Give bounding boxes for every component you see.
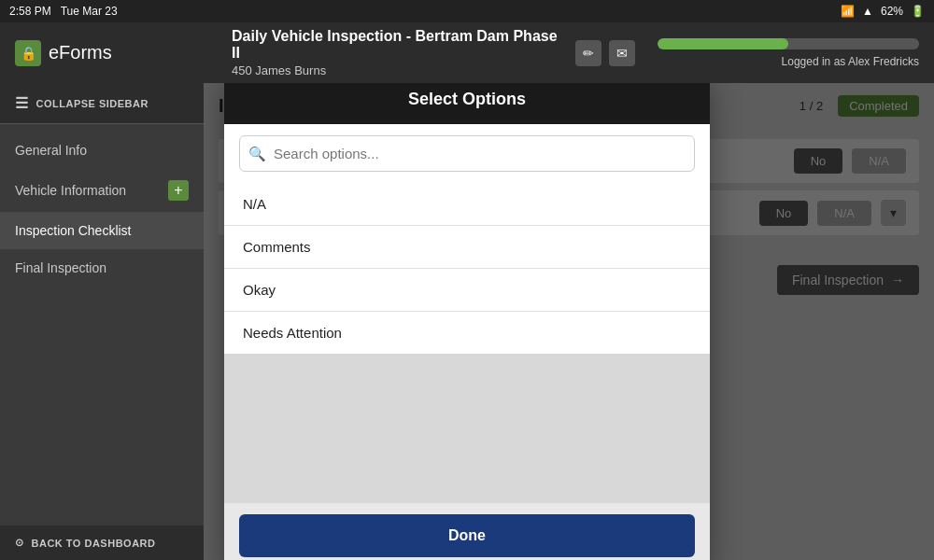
modal-header: Select Options <box>224 83 710 124</box>
header-subtitle: 450 James Burns <box>232 63 560 77</box>
option-okay[interactable]: Okay <box>224 269 710 312</box>
option-comments-label: Comments <box>243 239 311 255</box>
battery-icon: 🔋 <box>911 5 925 18</box>
sidebar-item-final-inspection[interactable]: Final Inspection <box>0 249 204 287</box>
option-na-label: N/A <box>243 196 266 212</box>
main-layout: ☰ COLLAPSE SIDEBAR General Info Vehicle … <box>0 83 934 560</box>
sidebar-item-inspection-checklist[interactable]: Inspection Checklist <box>0 212 204 249</box>
progress-bar-container <box>658 38 919 49</box>
option-na[interactable]: N/A <box>224 183 710 226</box>
progress-bar-fill <box>658 38 788 49</box>
wifi-icon: 📶 <box>841 5 855 18</box>
status-date: Tue Mar 23 <box>61 5 118 18</box>
modal-options-list: N/A Comments Okay Needs Attention <box>224 183 710 354</box>
header-info: Daily Vehicle Inspection - Bertram Dam P… <box>217 28 560 77</box>
sidebar-item-label: General Info <box>15 143 87 158</box>
status-time: 2:58 PM <box>9 5 51 18</box>
select-options-modal: Select Options 🔍 N/A Comments <box>224 83 710 560</box>
edit-button[interactable]: ✏ <box>575 40 601 66</box>
modal-search-area: 🔍 <box>224 124 710 183</box>
search-icon: 🔍 <box>248 146 266 162</box>
status-bar-right: 📶 ▲ 62% 🔋 <box>841 5 925 18</box>
battery-level: 62% <box>881 5 903 18</box>
modal-search-input[interactable] <box>239 135 695 172</box>
sidebar-item-vehicle-information[interactable]: Vehicle Information + <box>0 169 204 212</box>
modal-overlay[interactable]: Select Options 🔍 N/A Comments <box>204 83 934 560</box>
status-bar: 2:58 PM Tue Mar 23 📶 ▲ 62% 🔋 <box>0 0 934 22</box>
sidebar: ☰ COLLAPSE SIDEBAR General Info Vehicle … <box>0 83 204 560</box>
logo-icon: 🔒 <box>15 40 41 66</box>
status-bar-left: 2:58 PM Tue Mar 23 <box>9 5 118 18</box>
header-icons: ✏ ✉ <box>575 40 635 66</box>
signal-icon: ▲ <box>862 5 873 18</box>
option-needs-attention-label: Needs Attention <box>243 325 342 341</box>
modal-search-wrapper: 🔍 <box>239 135 695 172</box>
mail-button[interactable]: ✉ <box>609 40 635 66</box>
collapse-label: COLLAPSE SIDEBAR <box>36 98 149 109</box>
modal-empty-area <box>224 354 710 503</box>
header: 🔒 eForms Daily Vehicle Inspection - Bert… <box>0 22 934 83</box>
sidebar-nav: General Info Vehicle Information + Inspe… <box>0 124 204 525</box>
modal-title: Select Options <box>408 90 526 108</box>
option-needs-attention[interactable]: Needs Attention <box>224 312 710 354</box>
sidebar-item-label: Inspection Checklist <box>15 223 132 238</box>
back-icon: ⊙ <box>15 537 24 549</box>
logo-area: 🔒 eForms <box>15 40 202 66</box>
header-right: Logged in as Alex Fredricks <box>658 38 919 68</box>
sidebar-item-label: Final Inspection <box>15 260 106 275</box>
option-okay-label: Okay <box>243 282 276 298</box>
header-title: Daily Vehicle Inspection - Bertram Dam P… <box>232 28 560 62</box>
modal-footer: Done <box>224 503 710 560</box>
sidebar-item-general-info[interactable]: General Info <box>0 132 204 169</box>
logged-in-text: Logged in as Alex Fredricks <box>782 55 919 68</box>
add-vehicle-info-button[interactable]: + <box>168 180 189 201</box>
option-comments[interactable]: Comments <box>224 226 710 269</box>
back-label: BACK TO DASHBOARD <box>32 538 156 549</box>
logo-text: eForms <box>49 42 112 63</box>
sidebar-item-label: Vehicle Information <box>15 183 126 198</box>
menu-icon: ☰ <box>15 94 29 112</box>
collapse-sidebar-button[interactable]: ☰ COLLAPSE SIDEBAR <box>0 83 204 124</box>
lock-icon: 🔒 <box>21 46 36 61</box>
content-area: Inspection Checklist 1 / 2 Completed U N… <box>204 83 934 560</box>
back-to-dashboard-button[interactable]: ⊙ BACK TO DASHBOARD <box>0 525 204 560</box>
modal-done-button[interactable]: Done <box>239 514 695 557</box>
